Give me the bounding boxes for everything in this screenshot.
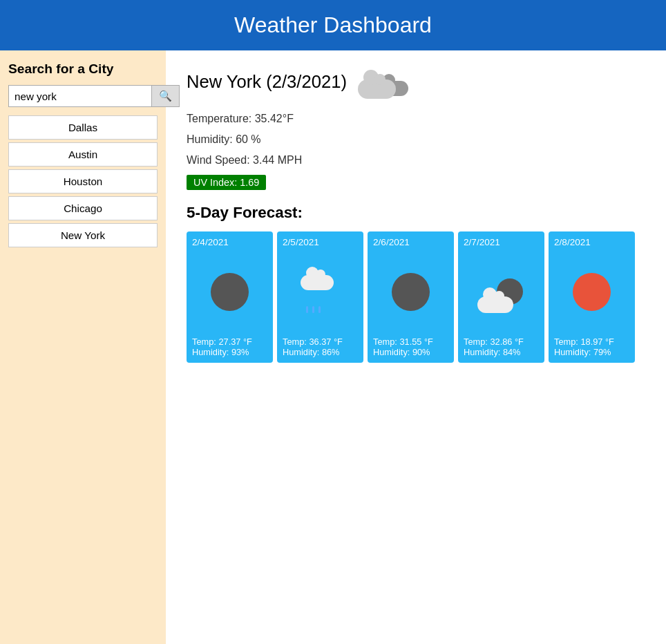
forecast-card: 2/4/2021Temp: 27.37 °FHumidity: 93% xyxy=(187,231,273,363)
main-content: New York (2/3/2021) Temperature: 35.42°F… xyxy=(166,50,666,377)
card-stats: Temp: 32.86 °FHumidity: 84% xyxy=(464,337,524,357)
sidebar: Search for a City 🔍 DallasAustinHoustonC… xyxy=(0,50,166,644)
wind-speed-stat: Wind Speed: 3.44 MPH xyxy=(187,154,645,167)
city-title: New York (2/3/2021) xyxy=(187,72,347,92)
temperature-stat: Temperature: 35.42°F xyxy=(187,113,645,125)
card-icon-area xyxy=(283,253,358,331)
card-stats: Temp: 18.97 °FHumidity: 79% xyxy=(554,337,614,357)
card-humidity: Humidity: 90% xyxy=(373,347,433,357)
card-icon-area xyxy=(554,253,629,331)
forecast-card: 2/7/2021Temp: 32.86 °FHumidity: 84% xyxy=(458,231,544,363)
card-humidity: Humidity: 84% xyxy=(464,347,524,357)
forecast-cards: 2/4/2021Temp: 27.37 °FHumidity: 93%2/5/2… xyxy=(187,231,645,363)
uv-index-badge: UV Index: 1.69 xyxy=(187,175,266,190)
card-date: 2/5/2021 xyxy=(283,237,319,247)
sidebar-heading: Search for a City xyxy=(8,61,158,77)
card-temp: Temp: 31.55 °F xyxy=(373,337,433,347)
rainy-icon xyxy=(298,269,343,314)
current-weather-icon xyxy=(358,64,406,99)
cloud-main xyxy=(358,79,396,99)
card-date: 2/8/2021 xyxy=(554,237,591,247)
card-temp: Temp: 27.37 °F xyxy=(192,337,252,347)
card-humidity: Humidity: 93% xyxy=(192,347,252,357)
card-humidity: Humidity: 86% xyxy=(283,347,343,357)
city-button-houston[interactable]: Houston xyxy=(8,169,158,193)
search-row: 🔍 xyxy=(8,85,158,107)
app-title: Weather Dashboard xyxy=(234,12,432,37)
card-icon-area xyxy=(373,253,448,331)
city-button-chicago[interactable]: Chicago xyxy=(8,196,158,220)
card-icon-area xyxy=(192,253,267,331)
card-date: 2/7/2021 xyxy=(464,237,500,247)
app-header: Weather Dashboard xyxy=(0,0,666,50)
forecast-card: 2/8/2021Temp: 18.97 °FHumidity: 79% xyxy=(549,231,635,363)
forecast-card: 2/6/2021Temp: 31.55 °FHumidity: 90% xyxy=(368,231,454,363)
city-list: DallasAustinHoustonChicagoNew York xyxy=(8,115,158,247)
city-button-austin[interactable]: Austin xyxy=(8,142,158,167)
city-header: New York (2/3/2021) xyxy=(187,64,645,99)
humidity-stat: Humidity: 60 % xyxy=(187,133,645,146)
card-stats: Temp: 31.55 °FHumidity: 90% xyxy=(373,337,433,357)
overcast-icon xyxy=(211,273,249,311)
partly-cloudy-icon xyxy=(477,272,526,313)
city-button-dallas[interactable]: Dallas xyxy=(8,115,158,140)
sunny-icon xyxy=(573,273,611,311)
card-temp: Temp: 36.37 °F xyxy=(283,337,343,347)
search-input[interactable] xyxy=(8,85,152,107)
card-stats: Temp: 36.37 °FHumidity: 86% xyxy=(283,337,343,357)
layout: Search for a City 🔍 DallasAustinHoustonC… xyxy=(0,50,666,644)
card-temp: Temp: 32.86 °F xyxy=(464,337,524,347)
forecast-title: 5-Day Forecast: xyxy=(187,204,645,222)
card-date: 2/4/2021 xyxy=(192,237,229,247)
card-humidity: Humidity: 79% xyxy=(554,347,614,357)
city-button-new-york[interactable]: New York xyxy=(8,223,158,247)
card-stats: Temp: 27.37 °FHumidity: 93% xyxy=(192,337,252,357)
card-temp: Temp: 18.97 °F xyxy=(554,337,614,347)
card-date: 2/6/2021 xyxy=(373,237,410,247)
forecast-card: 2/5/2021Temp: 36.37 °FHumidity: 86% xyxy=(277,231,363,363)
overcast-icon xyxy=(392,273,430,311)
card-icon-area xyxy=(464,253,539,331)
